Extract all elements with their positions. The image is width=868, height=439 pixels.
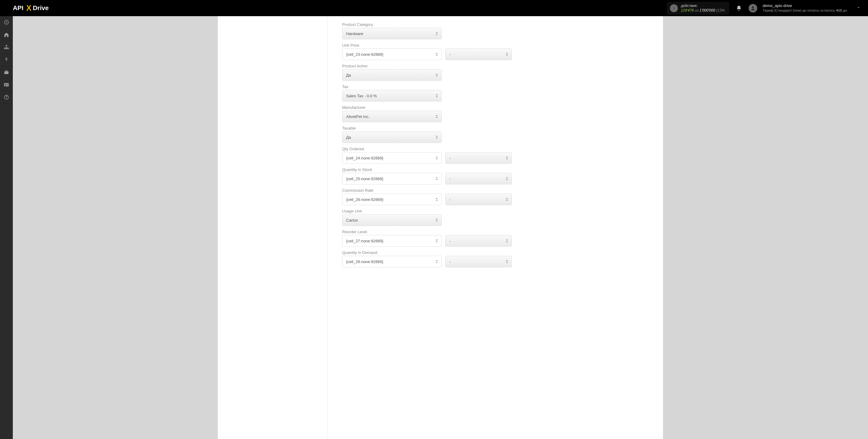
field-usage-unit: Usage UnitCarton: [342, 207, 654, 226]
svg-text:Drive: Drive: [33, 4, 49, 11]
svg-rect-16: [7, 84, 8, 85]
field-label: Tax: [342, 82, 654, 90]
qty-ordered-secondary-select[interactable]: -: [445, 152, 512, 164]
field-label: Unit Price: [342, 41, 654, 48]
field-commission-rate: Commission Rate{cell_26:none:92669}-: [342, 186, 654, 205]
field-label: Quantity in Demand: [342, 248, 654, 256]
actions-count: 129'476 из 1'000'000 (13%: [681, 8, 725, 13]
field-value: -: [449, 176, 451, 181]
user-info[interactable]: demo_apix-drive Тариф |Стандарт| (new) д…: [763, 3, 848, 13]
field-product-active: Product ActiveДа: [342, 62, 654, 81]
nav-billing[interactable]: [0, 54, 13, 66]
field-label: Usage Unit: [342, 207, 654, 214]
field-value: {cell_23:none:92669}: [346, 52, 383, 57]
field-value: {cell_26:none:92669}: [346, 197, 383, 202]
reorder-level-input[interactable]: {cell_27:none:92669}: [342, 235, 442, 247]
field-value: Carton: [346, 218, 358, 223]
logo-icon: API X Drive: [13, 3, 59, 13]
reorder-level-secondary-select[interactable]: -: [445, 235, 512, 247]
quantity-in-stock-input[interactable]: {cell_25:none:92669}: [342, 173, 442, 184]
left-panel: [218, 16, 328, 439]
field-value: -: [449, 156, 451, 160]
field-value: -: [449, 197, 451, 202]
product-category-select[interactable]: Hardware: [342, 28, 442, 39]
field-row: {cell_25:none:92669}-: [342, 173, 654, 184]
quantity-in-demand-input[interactable]: {cell_28:none:92669}: [342, 256, 442, 267]
unit-price-secondary-select[interactable]: -: [445, 48, 512, 60]
quantity-in-stock-secondary-select[interactable]: -: [445, 173, 512, 184]
field-row: Да: [342, 131, 654, 143]
field-value: {cell_27:none:92669}: [346, 239, 383, 243]
svg-rect-13: [4, 71, 8, 74]
field-row: {cell_28:none:92669}-: [342, 256, 654, 267]
field-row: {cell_24:none:92669}-: [342, 152, 654, 164]
field-unit-price: Unit Price{cell_23:none:92669}-: [342, 41, 654, 60]
manufacturer-select[interactable]: AltvetPet Inc.: [342, 111, 442, 122]
logo[interactable]: API X Drive: [13, 3, 59, 13]
field-manufacturer: ManufacturerAltvetPet Inc.: [342, 103, 654, 122]
field-row: AltvetPet Inc.: [342, 111, 654, 122]
svg-text:X: X: [26, 4, 31, 12]
usage-unit-select[interactable]: Carton: [342, 214, 442, 226]
quantity-in-demand-secondary-select[interactable]: -: [445, 256, 512, 267]
field-value: {cell_24:none:92669}: [346, 156, 383, 160]
field-row: {cell_26:none:92669}-: [342, 194, 654, 205]
nav-contact[interactable]: [0, 79, 13, 91]
field-value: {cell_28:none:92669}: [346, 260, 383, 264]
field-value: AltvetPet Inc.: [346, 114, 370, 119]
field-label: Quantity in Stock: [342, 166, 654, 173]
svg-point-8: [4, 20, 8, 24]
notifications-button[interactable]: [735, 4, 743, 12]
field-row: Да: [342, 69, 654, 81]
form-panel: Product CategoryHardwareUnit Price{cell_…: [328, 16, 663, 439]
nav-home[interactable]: [0, 29, 13, 41]
svg-point-7: [752, 6, 754, 8]
field-value: Да: [346, 73, 351, 77]
tax-select[interactable]: Sales Tax - 0.0 %: [342, 90, 442, 102]
field-row: Hardware: [342, 28, 654, 39]
field-value: Да: [346, 135, 351, 140]
field-row: {cell_27:none:92669}-: [342, 235, 654, 247]
svg-rect-6: [674, 7, 674, 7]
field-row: Sales Tax - 0.0 %: [342, 90, 654, 102]
field-value: -: [449, 52, 451, 57]
taxable-select[interactable]: Да: [342, 131, 442, 143]
qty-ordered-input[interactable]: {cell_24:none:92669}: [342, 152, 442, 164]
svg-rect-9: [6, 45, 7, 46]
field-value: Sales Tax - 0.0 %: [346, 94, 377, 98]
nav-briefcase[interactable]: [0, 66, 13, 79]
actions-info-box[interactable]: действия: 129'476 из 1'000'000 (13%: [667, 2, 729, 14]
commission-rate-secondary-select[interactable]: -: [445, 194, 512, 205]
unit-price-input[interactable]: {cell_23:none:92669}: [342, 48, 442, 60]
field-label: Qty Ordered: [342, 145, 654, 152]
svg-text:API: API: [13, 4, 24, 11]
field-quantity-in-stock: Quantity in Stock{cell_25:none:92669}-: [342, 166, 654, 184]
product-active-select[interactable]: Да: [342, 69, 442, 81]
svg-rect-10: [4, 48, 6, 49]
svg-rect-17: [7, 85, 8, 85]
field-tax: TaxSales Tax - 0.0 %: [342, 82, 654, 102]
commission-rate-input[interactable]: {cell_26:none:92669}: [342, 194, 442, 205]
field-label: Taxable: [342, 124, 654, 131]
info-icon: [670, 4, 678, 12]
svg-point-15: [5, 84, 6, 85]
field-product-category: Product CategoryHardware: [342, 21, 654, 39]
field-value: -: [449, 239, 451, 243]
field-label: Reorder Level: [342, 228, 654, 235]
svg-rect-12: [6, 48, 7, 49]
field-value: {cell_25:none:92669}: [346, 176, 383, 181]
field-label: Commission Rate: [342, 186, 654, 194]
user-tariff: Тариф |Стандарт| (new) до оплаты осталос…: [763, 8, 848, 12]
field-label: Product Active: [342, 62, 654, 69]
field-quantity-in-demand: Quantity in Demand{cell_28:none:92669}-: [342, 248, 654, 267]
field-row: Carton: [342, 214, 654, 226]
field-label: Product Category: [342, 21, 654, 28]
nav-help[interactable]: [0, 91, 13, 104]
nav-sitemap[interactable]: [0, 41, 13, 54]
user-avatar[interactable]: [749, 4, 757, 12]
header: API X Drive действия: 129'476 из 1'000'0…: [0, 0, 868, 16]
chevron-down-icon[interactable]: [857, 5, 861, 11]
field-reorder-level: Reorder Level{cell_27:none:92669}-: [342, 228, 654, 247]
field-label: Manufacturer: [342, 103, 654, 111]
nav-forward[interactable]: [0, 16, 13, 29]
